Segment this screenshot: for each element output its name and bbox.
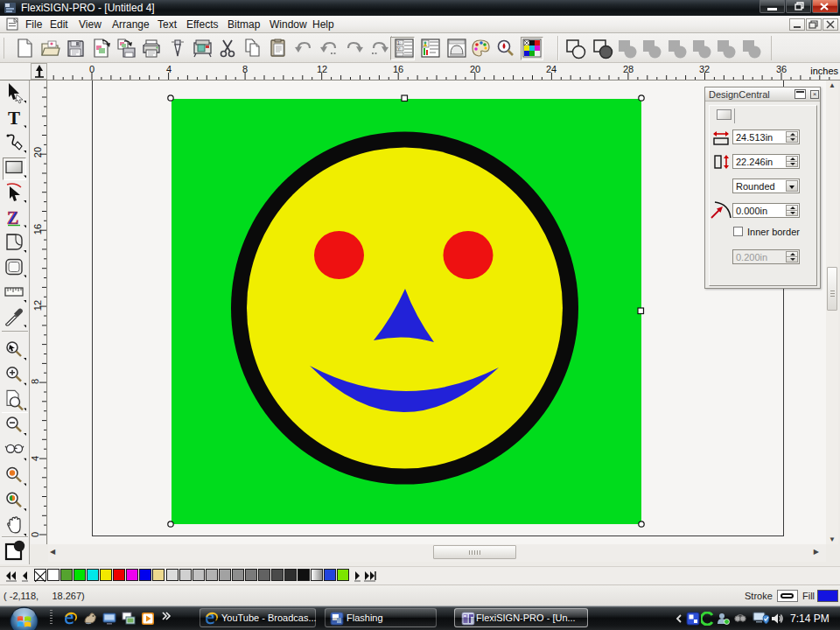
svg-text:Y:: Y: bbox=[397, 46, 401, 52]
svg-text:T: T bbox=[8, 108, 20, 129]
svg-text:Z: Z bbox=[7, 208, 18, 228]
svg-text:1:: 1: bbox=[397, 40, 401, 46]
